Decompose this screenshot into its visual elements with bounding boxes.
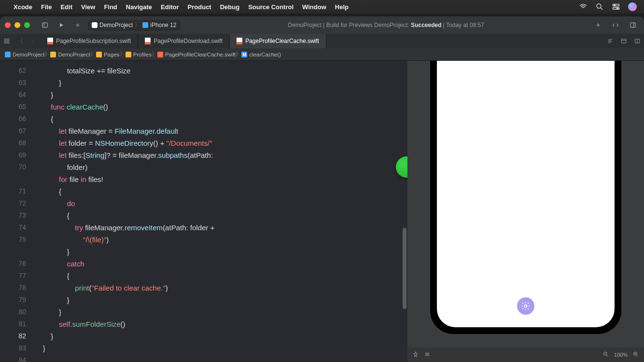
preview-canvas[interactable]: 100% — [407, 61, 644, 362]
document-tab-bar: 〈 〉 PageProfileSubscription.swiftPagePro… — [0, 34, 644, 48]
crumb-label: PageProfileClearCache.swift — [165, 52, 236, 57]
menu-view[interactable]: View — [81, 3, 95, 11]
menu-editor[interactable]: Editor — [161, 3, 179, 11]
editor-split: 6263646566676869707172737475767778798081… — [0, 61, 644, 362]
fld-icon — [126, 52, 131, 57]
zoom-out-button[interactable] — [602, 351, 609, 359]
tab-label: PageProfileDownload.swift — [154, 38, 223, 44]
device-frame — [430, 61, 621, 334]
menu-help[interactable]: Help — [335, 3, 349, 11]
zoom-level[interactable]: 100% — [614, 352, 628, 358]
menu-product[interactable]: Product — [188, 3, 211, 11]
control-center-icon[interactable] — [611, 2, 621, 12]
m-icon: M — [241, 52, 247, 57]
app-icon — [92, 22, 98, 28]
minimap-toggle-button[interactable] — [603, 34, 617, 48]
crumb-label: Profiles — [133, 52, 152, 57]
zoom-in-button[interactable] — [632, 351, 639, 359]
traffic-lights[interactable] — [5, 22, 30, 28]
add-editor-button[interactable] — [630, 34, 644, 48]
menu-edit[interactable]: Edit — [60, 3, 72, 11]
fld-icon — [50, 52, 56, 57]
crumb-label: clearCache() — [249, 52, 281, 57]
swift-file-icon — [47, 38, 53, 44]
menu-navigate[interactable]: Navigate — [126, 3, 152, 11]
svg-point-0 — [597, 4, 601, 8]
preview-live-button[interactable] — [424, 351, 431, 359]
svg-point-3 — [614, 4, 615, 5]
tab-pageprofilesubscription-swift[interactable]: PageProfileSubscription.swift — [41, 34, 138, 48]
svg-point-4 — [617, 8, 618, 9]
crumb-demoproject[interactable]: DemoProject — [50, 52, 90, 57]
file-icon — [157, 52, 163, 57]
crumb-label: DemoProject — [58, 52, 90, 57]
crumb-label: Pages — [104, 52, 120, 57]
menu-source-control[interactable]: Source Control — [248, 3, 294, 11]
code-text[interactable]: totalSize += fileSize } } func clearCach… — [35, 61, 407, 362]
preview-screen[interactable] — [437, 61, 615, 327]
swift-file-icon — [237, 38, 242, 44]
toggle-inspector-button[interactable] — [627, 20, 639, 30]
swift-file-icon — [145, 38, 151, 44]
spotlight-icon[interactable] — [595, 2, 604, 12]
close-window-button[interactable] — [5, 22, 11, 28]
proj-icon — [5, 52, 11, 57]
xcode-window: DemoProject 〉 iPhone 12 DemoProject | Bu… — [0, 16, 644, 362]
wifi-icon[interactable] — [578, 2, 588, 12]
menu-file[interactable]: File — [41, 3, 52, 11]
fld-icon — [96, 52, 102, 57]
crumb-pages[interactable]: Pages — [96, 52, 120, 57]
code-review-button[interactable] — [609, 20, 622, 30]
crumb-clearcache-[interactable]: MclearCache() — [241, 52, 281, 57]
window-toolbar: DemoProject 〉 iPhone 12 DemoProject | Bu… — [0, 16, 644, 34]
scheme-device: iPhone 12 — [150, 22, 176, 28]
jump-bar[interactable]: DemoProject〉DemoProject〉Pages〉Profiles〉P… — [0, 48, 644, 61]
svg-rect-8 — [4, 39, 6, 41]
svg-rect-7 — [630, 23, 636, 27]
app-name[interactable]: Xcode — [14, 3, 32, 11]
line-gutter[interactable]: 6263646566676869707172737475767778798081… — [0, 61, 35, 362]
activity-status: DemoProject | Build for Previews DemoPro… — [184, 22, 588, 28]
crumb-demoproject[interactable]: DemoProject — [5, 52, 44, 57]
crumb-label: DemoProject — [13, 52, 44, 57]
toggle-navigator-button[interactable] — [39, 20, 51, 30]
svg-rect-11 — [7, 42, 9, 43]
nav-forward-button[interactable]: 〉 — [27, 34, 41, 48]
svg-rect-9 — [7, 39, 9, 41]
menu-window[interactable]: Window — [302, 3, 326, 11]
scheme-selector[interactable]: DemoProject 〉 iPhone 12 — [88, 20, 180, 31]
related-items-button[interactable] — [0, 34, 14, 48]
svg-point-14 — [525, 305, 527, 307]
svg-rect-12 — [621, 39, 626, 43]
svg-rect-10 — [4, 42, 6, 43]
add-button[interactable] — [592, 20, 604, 30]
preview-settings-icon[interactable] — [517, 297, 534, 315]
nav-back-button[interactable]: 〈 — [14, 34, 27, 48]
minimize-window-button[interactable] — [14, 22, 20, 28]
device-icon — [142, 22, 148, 28]
pin-preview-button[interactable] — [412, 351, 419, 359]
menu-debug[interactable]: Debug — [220, 3, 239, 11]
tab-pageprofiledownload-swift[interactable]: PageProfileDownload.swift — [138, 34, 230, 48]
mac-menubar: Xcode FileEditViewFindNavigateEditorProd… — [0, 0, 644, 14]
tab-label: PageProfileSubscription.swift — [56, 38, 131, 44]
adjust-editor-button[interactable] — [617, 34, 630, 48]
svg-rect-6 — [76, 24, 79, 27]
run-button[interactable] — [55, 20, 68, 30]
siri-icon[interactable] — [628, 2, 637, 12]
scheme-project: DemoProject — [99, 22, 133, 28]
zoom-window-button[interactable] — [24, 22, 30, 28]
tab-label: PageProfileClearCache.swift — [245, 38, 319, 44]
stop-button[interactable] — [71, 20, 84, 30]
code-editor[interactable]: 6263646566676869707172737475767778798081… — [0, 61, 407, 362]
crumb-pageprofileclearcache-swift[interactable]: PageProfileClearCache.swift — [157, 52, 236, 57]
tab-pageprofileclearcache-swift[interactable]: PageProfileClearCache.swift — [230, 34, 326, 48]
preview-toolbar: 100% — [407, 348, 644, 362]
crumb-profiles[interactable]: Profiles — [126, 52, 152, 57]
scrollbar-thumb[interactable] — [403, 228, 406, 309]
menu-find[interactable]: Find — [104, 3, 117, 11]
svg-rect-5 — [42, 23, 48, 27]
